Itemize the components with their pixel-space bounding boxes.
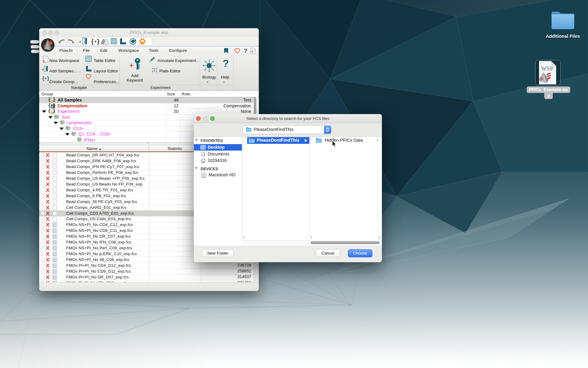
svg-text:{: { (91, 38, 94, 45)
svg-text:+: + (79, 39, 81, 44)
svg-text:+: + (43, 59, 45, 63)
svg-text:}: } (47, 76, 49, 81)
svg-text:WSP: WSP (541, 66, 553, 72)
svg-text:}: } (97, 38, 100, 45)
svg-text:+: + (44, 76, 47, 81)
svg-text:+: + (42, 67, 44, 72)
svg-text:+: + (251, 50, 253, 54)
svg-text:+: + (129, 61, 134, 70)
svg-text:{: { (42, 76, 44, 81)
svg-text:?: ? (244, 48, 247, 54)
svg-text:+: + (94, 39, 97, 44)
